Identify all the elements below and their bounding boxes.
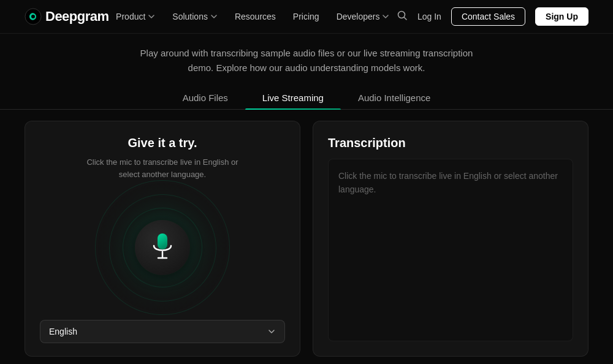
transcription-output: Click the mic to transcribe live in Engl… [328,159,573,341]
navbar: Deepgram Product Solutions Resources Pri… [0,0,613,34]
tab-audio-intelligence[interactable]: Audio Intelligence [341,86,447,109]
microphone-icon [150,232,175,263]
contact-sales-button[interactable]: Contact Sales [451,7,525,26]
nav-items: Product Solutions Resources Pricing Deve… [116,12,389,21]
tab-audio-files[interactable]: Audio Files [166,86,245,109]
mic-area [40,180,285,315]
main-content: Give it a try. Click the mic to transcri… [0,110,613,364]
chevron-down-icon [382,13,389,20]
chevron-down-icon [148,13,155,20]
hero-subtitle: Play around with transcribing sample aud… [0,34,613,75]
logo-mark-icon [25,8,42,25]
login-link[interactable]: Log In [417,12,441,21]
nav-item-product[interactable]: Product [116,12,155,21]
nav-item-pricing[interactable]: Pricing [293,12,319,21]
try-card: Give it a try. Click the mic to transcri… [25,121,300,357]
transcription-card: Transcription Click the mic to transcrib… [313,121,588,357]
signup-button[interactable]: Sign Up [535,7,588,26]
mic-button[interactable] [135,220,190,275]
nav-item-resources[interactable]: Resources [235,12,276,21]
logo[interactable]: Deepgram [25,8,109,25]
nav-item-solutions[interactable]: Solutions [172,12,218,21]
svg-rect-3 [158,233,167,249]
svg-point-2 [398,12,405,18]
transcription-title: Transcription [328,136,573,150]
try-card-title: Give it a try. [128,136,197,150]
tab-live-streaming[interactable]: Live Streaming [245,86,341,109]
chevron-down-icon [267,327,276,336]
nav-item-developers[interactable]: Developers [337,12,390,21]
language-selector[interactable]: English [40,320,285,343]
transcription-placeholder: Click the mic to transcribe live in Engl… [338,169,563,197]
nav-right: Log In Contact Sales Sign Up [397,7,588,26]
try-card-description: Click the mic to transcribe live in Engl… [77,156,248,180]
tabs-container: Audio Files Live Streaming Audio Intelli… [0,86,613,110]
mic-rings [95,180,230,315]
logo-text: Deepgram [45,9,109,25]
chevron-down-icon [210,13,218,20]
search-button[interactable] [397,10,408,23]
svg-point-1 [31,15,35,18]
